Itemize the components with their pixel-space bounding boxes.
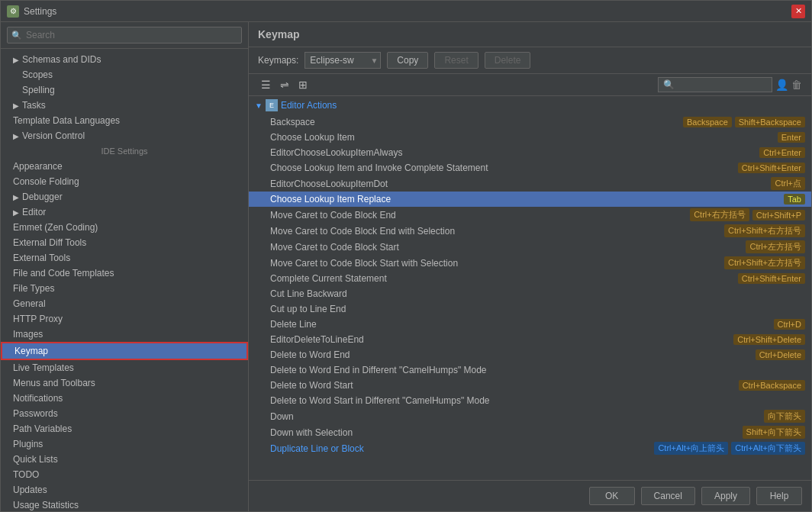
tree-row-move-caret-start-sel[interactable]: Move Caret to Code Block Start with Sele… bbox=[249, 255, 811, 271]
sidebar-search-input[interactable] bbox=[7, 27, 242, 43]
tree-row-shortcut: Ctrl+Alt+向上箭头 Ctrl+Alt+向下箭头 bbox=[654, 442, 805, 455]
sidebar-item-images[interactable]: Images bbox=[1, 327, 248, 342]
toolbar-search: 👤 🗑 bbox=[658, 77, 802, 92]
sidebar-item-debugger[interactable]: ▶ Debugger bbox=[1, 189, 248, 204]
main-title: Keymap bbox=[258, 28, 299, 40]
sidebar-item-schemas[interactable]: ▶ Schemas and DIDs bbox=[1, 52, 248, 67]
tree-row-down[interactable]: Down 向下箭头 bbox=[249, 408, 811, 424]
sidebar-item-file-code-templates[interactable]: File and Code Templates bbox=[1, 266, 248, 281]
sidebar-item-console-folding[interactable]: Console Folding bbox=[1, 174, 248, 189]
shortcut-badge: 向下箭头 bbox=[764, 410, 805, 423]
tree-row-label: Delete Line bbox=[270, 319, 774, 330]
tree-row-shortcut: Shift+向下箭头 bbox=[743, 426, 805, 439]
tree-row-choose-lookup-replace[interactable]: Choose Lookup Item Replace Tab bbox=[249, 192, 811, 207]
tree-row-delete-word-end-camel[interactable]: Delete to Word End in Different "CamelHu… bbox=[249, 362, 811, 378]
sidebar-item-emmet[interactable]: Emmet (Zen Coding) bbox=[1, 220, 248, 235]
tree-row-move-caret-start[interactable]: Move Caret to Code Block Start Ctrl+左方括号 bbox=[249, 239, 811, 255]
tree-row-label: Delete to Word End bbox=[270, 349, 756, 360]
trash-icon[interactable]: 🗑 bbox=[791, 79, 802, 91]
shortcut-badge: Backspace bbox=[683, 117, 732, 127]
toggle-button[interactable]: ⊞ bbox=[295, 77, 311, 92]
sidebar-item-live-templates[interactable]: Live Templates bbox=[1, 360, 248, 375]
tree-row-choose-lookup[interactable]: Choose Lookup Item Enter bbox=[249, 130, 811, 145]
help-button[interactable]: Help bbox=[756, 487, 802, 505]
sidebar-item-keymap[interactable]: Keymap bbox=[1, 342, 248, 360]
tree-row-complete-statement[interactable]: Complete Current Statement Ctrl+Shift+En… bbox=[249, 271, 811, 286]
sidebar-item-updates[interactable]: Updates bbox=[1, 482, 248, 498]
toolbar-search-input[interactable] bbox=[658, 77, 772, 92]
tree-row-label: Choose Lookup Item Replace bbox=[270, 194, 784, 204]
sidebar-item-menus-toolbars[interactable]: Menus and Toolbars bbox=[1, 375, 248, 391]
close-button[interactable]: ✕ bbox=[791, 5, 805, 18]
sidebar-item-tasks[interactable]: ▶ Tasks bbox=[1, 98, 248, 113]
sidebar-item-spelling[interactable]: Spelling bbox=[1, 82, 248, 98]
tree-row-duplicate-line[interactable]: Duplicate Line or Block Ctrl+Alt+向上箭头 Ct… bbox=[249, 440, 811, 456]
tree-row-editor-delete-line-end[interactable]: EditorDeleteToLineEnd Ctrl+Shift+Delete bbox=[249, 332, 811, 347]
tree-row-label: Delete to Word Start bbox=[270, 380, 739, 391]
delete-button[interactable]: Delete bbox=[485, 52, 531, 69]
tree-row-shortcut: Enter bbox=[778, 132, 805, 143]
tree-row-shortcut: Ctrl+Shift+Enter bbox=[738, 163, 805, 173]
sidebar-item-notifications[interactable]: Notifications bbox=[1, 391, 248, 406]
keymap-select[interactable]: Eclipse-sw bbox=[304, 52, 381, 69]
sidebar-item-label: Live Templates bbox=[13, 362, 74, 373]
tree-row-editor-choose-always[interactable]: EditorChooseLookupItemAlways Ctrl+Enter bbox=[249, 145, 811, 160]
tree-section-editor-actions[interactable]: ▼ E Editor Actions bbox=[249, 96, 811, 114]
tree-row-backspace[interactable]: Backspace Backspace Shift+Backspace bbox=[249, 114, 811, 130]
sidebar-item-quick-lists[interactable]: Quick Lists bbox=[1, 452, 248, 467]
collapse-all-button[interactable]: ⇌ bbox=[277, 77, 292, 92]
sidebar-item-path-variables[interactable]: Path Variables bbox=[1, 421, 248, 436]
tree-row-label: Down with Selection bbox=[270, 427, 743, 438]
shortcut-badge: Ctrl+Shift+P bbox=[752, 210, 805, 221]
sidebar-item-usage-statistics[interactable]: Usage Statistics bbox=[1, 498, 248, 511]
keymap-tree: ▼ E Editor Actions Backspace Backspace S… bbox=[249, 96, 811, 480]
user-icon: 👤 bbox=[775, 79, 788, 91]
tree-row-label: Move Caret to Code Block Start with Sele… bbox=[270, 258, 724, 269]
tree-row-cut-line-backward[interactable]: Cut Line Backward bbox=[249, 286, 811, 301]
shortcut-badge: Shift+向下箭头 bbox=[743, 426, 805, 439]
sidebar-item-external-tools[interactable]: External Tools bbox=[1, 250, 248, 266]
sidebar-item-label: TODO bbox=[13, 469, 39, 480]
reset-button[interactable]: Reset bbox=[434, 52, 478, 69]
search-icon: 🔍 bbox=[11, 31, 22, 40]
shortcut-badge: Ctrl+Shift+Delete bbox=[733, 334, 805, 345]
tree-row-label: Delete to Word Start in Different "Camel… bbox=[270, 395, 805, 406]
sidebar-item-scopes[interactable]: Scopes bbox=[1, 67, 248, 82]
tree-row-delete-word-start[interactable]: Delete to Word Start Ctrl+Backspace bbox=[249, 378, 811, 393]
sidebar-item-version-control[interactable]: ▶ Version Control bbox=[1, 128, 248, 143]
tree-row-move-caret-end-sel[interactable]: Move Caret to Code Block End with Select… bbox=[249, 223, 811, 239]
sidebar-item-label: External Tools bbox=[13, 253, 70, 263]
tree-row-delete-word-end[interactable]: Delete to Word End Ctrl+Delete bbox=[249, 347, 811, 362]
sidebar-item-external-diff[interactable]: External Diff Tools bbox=[1, 235, 248, 250]
tree-row-delete-line[interactable]: Delete Line Ctrl+D bbox=[249, 317, 811, 332]
copy-button[interactable]: Copy bbox=[387, 52, 428, 69]
sidebar-item-todo[interactable]: TODO bbox=[1, 467, 248, 482]
editor-actions-icon: E bbox=[266, 99, 278, 111]
tree-row-editor-choose-dot[interactable]: EditorChooseLookupItemDot Ctrl+点 bbox=[249, 175, 811, 192]
settings-window: ⚙ Settings ✕ 🔍 ▶ Schemas and DIDs Scopes bbox=[0, 0, 812, 512]
tree-row-move-caret-end[interactable]: Move Caret to Code Block End Ctrl+右方括号 C… bbox=[249, 207, 811, 223]
ok-button[interactable]: OK bbox=[589, 487, 635, 505]
sidebar-item-file-types[interactable]: File Types bbox=[1, 281, 248, 296]
tree-row-down-selection[interactable]: Down with Selection Shift+向下箭头 bbox=[249, 424, 811, 440]
sidebar-item-label: Quick Lists bbox=[13, 454, 58, 465]
cancel-button[interactable]: Cancel bbox=[641, 487, 695, 505]
sidebar-item-passwords[interactable]: Passwords bbox=[1, 406, 248, 421]
tree-row-label: Down bbox=[270, 411, 764, 422]
tree-row-delete-word-start-camel[interactable]: Delete to Word Start in Different "Camel… bbox=[249, 393, 811, 408]
tree-row-shortcut: Ctrl+Enter bbox=[759, 147, 805, 158]
expand-all-button[interactable]: ☰ bbox=[258, 77, 274, 92]
sidebar-item-general[interactable]: General bbox=[1, 296, 248, 311]
search-wrapper: 🔍 bbox=[7, 27, 242, 43]
apply-button[interactable]: Apply bbox=[701, 487, 750, 505]
shortcut-badge: Ctrl+Shift+右方括号 bbox=[724, 224, 805, 237]
sidebar-item-plugins[interactable]: Plugins bbox=[1, 436, 248, 452]
tree-row-cut-line-end[interactable]: Cut up to Line End bbox=[249, 301, 811, 317]
sidebar-item-http-proxy[interactable]: HTTP Proxy bbox=[1, 311, 248, 327]
sidebar-item-template-data[interactable]: Template Data Languages bbox=[1, 113, 248, 128]
sidebar-item-editor[interactable]: ▶ Editor bbox=[1, 204, 248, 220]
sidebar-item-appearance[interactable]: Appearance bbox=[1, 159, 248, 174]
sidebar-item-label: Version Control bbox=[22, 130, 85, 141]
tree-row-invoke-complete[interactable]: Choose Lookup Item and Invoke Complete S… bbox=[249, 160, 811, 175]
sidebar-item-label: HTTP Proxy bbox=[13, 314, 63, 324]
